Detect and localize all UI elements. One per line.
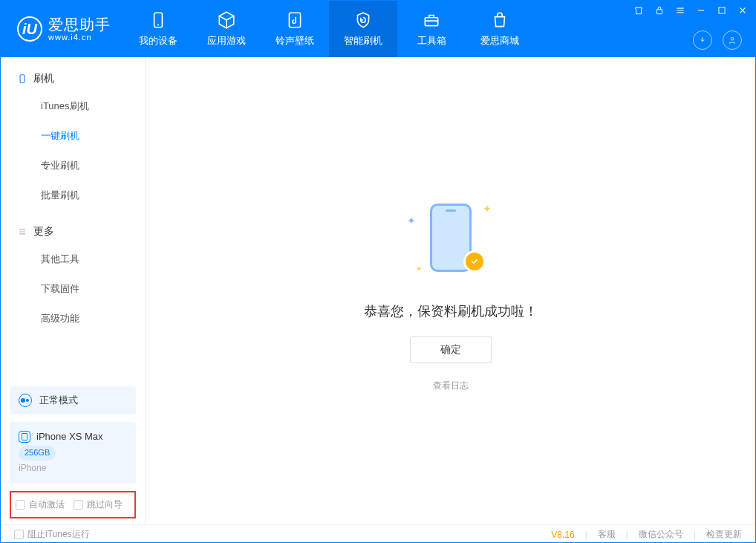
svg-rect-4 xyxy=(657,10,662,14)
list-icon xyxy=(17,227,27,237)
sidebar-head-more: 更多 xyxy=(1,222,145,244)
phone-icon xyxy=(149,10,168,30)
nav-apps-games[interactable]: 应用游戏 xyxy=(192,1,261,57)
device-storage: 256GB xyxy=(19,446,56,461)
svg-rect-2 xyxy=(289,13,300,27)
header: iU 爱思助手 www.i4.cn 我的设备 应用游戏 铃声壁纸 智能刷机 工具… xyxy=(1,1,755,57)
mode-card[interactable]: 正常模式 xyxy=(10,386,136,414)
maximize-icon[interactable] xyxy=(717,5,727,16)
footer: 阻止iTunes运行 V8.16 | 客服 | 微信公众号 | 检查更新 xyxy=(1,524,755,543)
support-link[interactable]: 客服 xyxy=(598,528,616,541)
sidebar-item-pro[interactable]: 专业刷机 xyxy=(1,151,145,181)
nav-tabs: 我的设备 应用游戏 铃声壁纸 智能刷机 工具箱 爱思商城 xyxy=(124,1,534,57)
tshirt-icon[interactable] xyxy=(633,5,644,16)
svg-rect-7 xyxy=(20,75,25,83)
checkbox-auto-activate[interactable]: 自动激活 xyxy=(16,498,65,511)
header-action-icons xyxy=(693,30,742,50)
menu-icon[interactable] xyxy=(675,5,685,16)
svg-rect-3 xyxy=(425,18,437,26)
minimize-icon[interactable] xyxy=(696,5,706,16)
main-content: ✦ ✦ ✦ 恭喜您，保资料刷机成功啦！ 确定 查看日志 xyxy=(146,57,755,524)
check-badge-icon xyxy=(463,250,486,273)
checkbox-icon xyxy=(74,500,83,510)
sidebar-item-itunes[interactable]: iTunes刷机 xyxy=(1,91,145,121)
logo-icon: iU xyxy=(17,16,42,42)
device-small-icon xyxy=(19,431,30,443)
sidebar-item-firmware[interactable]: 下载固件 xyxy=(1,274,145,304)
nav-toolbox[interactable]: 工具箱 xyxy=(397,1,466,57)
success-message: 恭喜您，保资料刷机成功啦！ xyxy=(364,302,538,320)
toolbox-icon xyxy=(422,10,441,30)
checkbox-icon xyxy=(16,500,25,510)
device-icon xyxy=(17,74,27,84)
sidebar-item-advanced[interactable]: 高级功能 xyxy=(1,304,145,334)
checkbox-skip-wizard[interactable]: 跳过向导 xyxy=(74,498,123,511)
window-controls xyxy=(633,5,748,16)
device-card[interactable]: iPhone XS Max 256GB iPhone xyxy=(10,422,136,484)
mode-label: 正常模式 xyxy=(39,394,78,407)
app-name: 爱思助手 xyxy=(48,16,111,33)
download-icon[interactable] xyxy=(693,30,712,50)
sidebar-item-other[interactable]: 其他工具 xyxy=(1,244,145,274)
ok-button[interactable]: 确定 xyxy=(410,336,492,363)
sidebar-head-flash: 刷机 xyxy=(1,69,145,91)
sidebar-item-oneclick[interactable]: 一键刷机 xyxy=(1,121,145,151)
svg-point-1 xyxy=(157,24,159,25)
version-label: V8.16 xyxy=(551,530,574,540)
sidebar-item-batch[interactable]: 批量刷机 xyxy=(1,181,145,210)
logo[interactable]: iU 爱思助手 www.i4.cn xyxy=(1,1,124,57)
app-url: www.i4.cn xyxy=(48,33,111,42)
nav-store[interactable]: 爱思商城 xyxy=(466,1,534,57)
svg-point-6 xyxy=(731,38,734,41)
close-icon[interactable] xyxy=(737,5,748,16)
bag-icon xyxy=(490,10,509,30)
options-row: 自动激活 跳过向导 xyxy=(10,491,136,518)
lock-icon[interactable] xyxy=(654,5,665,16)
nav-smart-flash[interactable]: 智能刷机 xyxy=(329,1,397,57)
cube-icon xyxy=(217,10,236,30)
check-update-link[interactable]: 检查更新 xyxy=(706,528,742,541)
svg-rect-5 xyxy=(719,7,725,13)
sidebar: 刷机 iTunes刷机 一键刷机 专业刷机 批量刷机 更多 其他工具 下载固件 … xyxy=(1,57,146,524)
refresh-shield-icon xyxy=(353,10,373,30)
nav-ringtone-wallpaper[interactable]: 铃声壁纸 xyxy=(261,1,329,57)
music-note-icon xyxy=(285,10,304,30)
wechat-link[interactable]: 微信公众号 xyxy=(639,528,683,541)
view-log-link[interactable]: 查看日志 xyxy=(433,380,469,392)
device-name: iPhone XS Max xyxy=(36,429,103,445)
mode-icon xyxy=(19,394,32,407)
nav-my-device[interactable]: 我的设备 xyxy=(124,1,192,57)
device-type: iPhone xyxy=(19,463,46,473)
success-illustration: ✦ ✦ ✦ xyxy=(403,189,499,286)
checkbox-icon xyxy=(14,530,24,539)
user-icon[interactable] xyxy=(723,30,742,50)
checkbox-block-itunes[interactable]: 阻止iTunes运行 xyxy=(14,528,90,541)
